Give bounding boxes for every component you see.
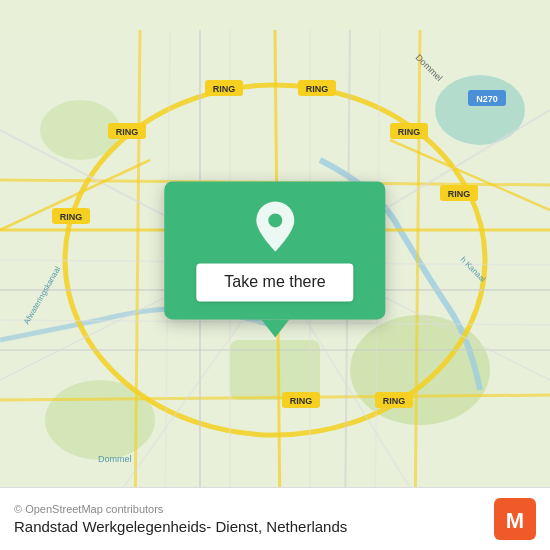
svg-text:RING: RING xyxy=(213,84,236,94)
svg-text:M: M xyxy=(506,508,524,533)
take-me-there-button[interactable]: Take me there xyxy=(196,263,353,301)
svg-text:Dommel: Dommel xyxy=(98,454,132,464)
svg-text:RING: RING xyxy=(398,127,421,137)
map-container: RING RING RING RING RING RING RING RING … xyxy=(0,0,550,550)
svg-text:RING: RING xyxy=(306,84,329,94)
svg-text:N270: N270 xyxy=(476,94,498,104)
bottom-bar: © OpenStreetMap contributors Randstad We… xyxy=(0,487,550,550)
location-pin-icon xyxy=(253,199,297,253)
popup-pointer xyxy=(261,319,289,337)
moovit-logo: M xyxy=(494,498,536,540)
location-title: Randstad Werkgelegenheids- Dienst, Nethe… xyxy=(14,518,347,535)
moovit-icon: M xyxy=(494,498,536,540)
svg-text:RING: RING xyxy=(116,127,139,137)
svg-point-3 xyxy=(435,75,525,145)
svg-text:RING: RING xyxy=(383,396,406,406)
svg-text:RING: RING xyxy=(290,396,313,406)
popup-box: Take me there xyxy=(164,181,385,319)
svg-text:RING: RING xyxy=(60,212,83,222)
svg-point-53 xyxy=(268,213,282,227)
map-popup: Take me there xyxy=(164,181,385,337)
svg-text:RING: RING xyxy=(448,189,471,199)
bottom-left-info: © OpenStreetMap contributors Randstad We… xyxy=(14,503,347,535)
copyright-text: © OpenStreetMap contributors xyxy=(14,503,347,515)
